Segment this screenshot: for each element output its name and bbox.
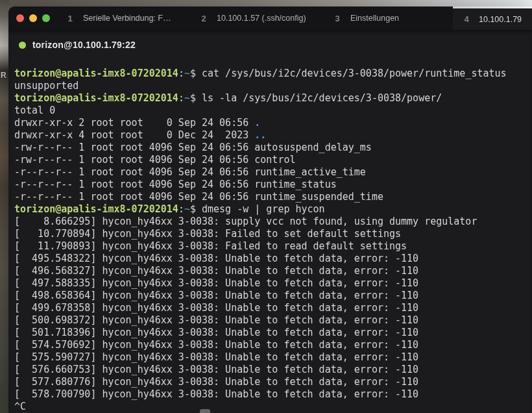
connection-status-icon [19, 42, 26, 49]
dock-icon-peek[interactable] [200, 409, 210, 413]
desktop-wallpaper-left-strip [0, 0, 9, 413]
tab-bar: 1 Serielle Verbindung: F… 2 10.100.1.57 … [8, 6, 453, 30]
desktop-background: R 1 Serielle Verbindung: F… 2 10.100.1.5… [0, 0, 532, 413]
terminal-line: [ 576.660753] hycon_hy46xx 3-0038: Unabl… [14, 364, 532, 376]
terminal-line: ^C [14, 401, 532, 413]
tab-number: 4 [463, 14, 470, 24]
tab-number: 2 [200, 14, 208, 23]
terminal-line: [ 499.678358] hycon_hy46xx 3-0038: Unabl… [14, 302, 532, 314]
terminal-line: -r--r--r-- 1 root root 4096 Sep 24 06:56… [14, 191, 532, 203]
terminal-line: -rw-r--r-- 1 root root 4096 Sep 24 06:56… [14, 142, 532, 154]
terminal-line: -r--r--r-- 1 root root 4096 Sep 24 06:56… [14, 179, 532, 191]
session-header: torizon@10.100.1.79:22 [19, 38, 532, 51]
terminal-line: [ 574.570692] hycon_hy46xx 3-0038: Unabl… [14, 339, 532, 351]
tab-serielle-verbindung[interactable]: 1 Serielle Verbindung: F… [52, 6, 186, 30]
terminal-output: torizon@apalis-imx8-07202014:~$ cat /sys… [8, 68, 532, 413]
window-controls [8, 14, 52, 22]
terminal-line: [ 8.666295] hycon_hy46xx 3-0038: supply … [14, 216, 532, 228]
terminal-line: torizon@apalis-imx8-07202014:~$ cat /sys… [14, 68, 532, 80]
desktop-icon-label: R [1, 71, 8, 80]
minimize-button[interactable] [29, 14, 37, 22]
terminal-line: [ 11.790893] hycon_hy46xx 3-0038: Failed… [14, 240, 532, 253]
terminal-line: [ 578.700790] hycon_hy46xx 3-0038: Unabl… [14, 388, 532, 401]
tab-label: Einstellungen [350, 14, 399, 23]
terminal-line: drwxr-xr-x 2 root root 0 Sep 24 06:56 . [14, 117, 532, 129]
terminal-line: -rw-r--r-- 1 root root 4096 Sep 24 06:56… [14, 154, 532, 166]
terminal-line: torizon@apalis-imx8-07202014:~$ dmesg -w… [14, 203, 532, 216]
terminal-line: [ 577.680776] hycon_hy46xx 3-0038: Unabl… [14, 376, 532, 388]
terminal-window: 1 Serielle Verbindung: F… 2 10.100.1.57 … [8, 6, 532, 413]
tab-einstellungen[interactable]: 3 Einstellungen [319, 6, 453, 30]
terminal-line: [ 498.658364] hycon_hy46xx 3-0038: Unabl… [14, 290, 532, 302]
terminal-line: [ 501.718396] hycon_hy46xx 3-0038: Unabl… [14, 327, 532, 339]
tab-10-100-1-79-active[interactable]: 4 10.100.1.79 [453, 8, 532, 30]
tab-label: Serielle Verbindung: F… [83, 14, 171, 23]
terminal-line: [ 497.588335] hycon_hy46xx 3-0038: Unabl… [14, 277, 532, 290]
tab-number: 3 [333, 14, 341, 23]
tab-label: 10.100.1.57 (.ssh/config) [217, 14, 306, 23]
tab-10-100-1-57-ssh-config[interactable]: 2 10.100.1.57 (.ssh/config) [186, 6, 319, 30]
terminal-line: [ 500.698372] hycon_hy46xx 3-0038: Unabl… [14, 314, 532, 327]
terminal-line: [ 495.548322] hycon_hy46xx 3-0038: Unabl… [14, 253, 532, 265]
terminal-line: [ 575.590727] hycon_hy46xx 3-0038: Unabl… [14, 351, 532, 364]
terminal-line: drwxr-xr-x 4 root root 0 Dec 24 2023 .. [14, 129, 532, 142]
session-title: torizon@10.100.1.79:22 [32, 40, 136, 50]
terminal-screen[interactable]: torizon@10.100.1.79:22 torizon@apalis-im… [8, 30, 532, 413]
terminal-line: -r--r--r-- 1 root root 4096 Sep 24 06:56… [14, 166, 532, 179]
close-button[interactable] [16, 14, 24, 22]
terminal-line: torizon@apalis-imx8-07202014:~$ ls -la /… [14, 92, 532, 105]
terminal-line: total 0 [14, 105, 532, 117]
terminal-line: unsupported [14, 80, 532, 92]
tab-number: 1 [66, 14, 74, 23]
tab-label: 10.100.1.79 [479, 15, 522, 24]
terminal-line: [ 10.770894] hycon_hy46xx 3-0038: Failed… [14, 228, 532, 240]
zoom-button[interactable] [42, 14, 50, 22]
terminal-line: [ 496.568327] hycon_hy46xx 3-0038: Unabl… [14, 265, 532, 277]
